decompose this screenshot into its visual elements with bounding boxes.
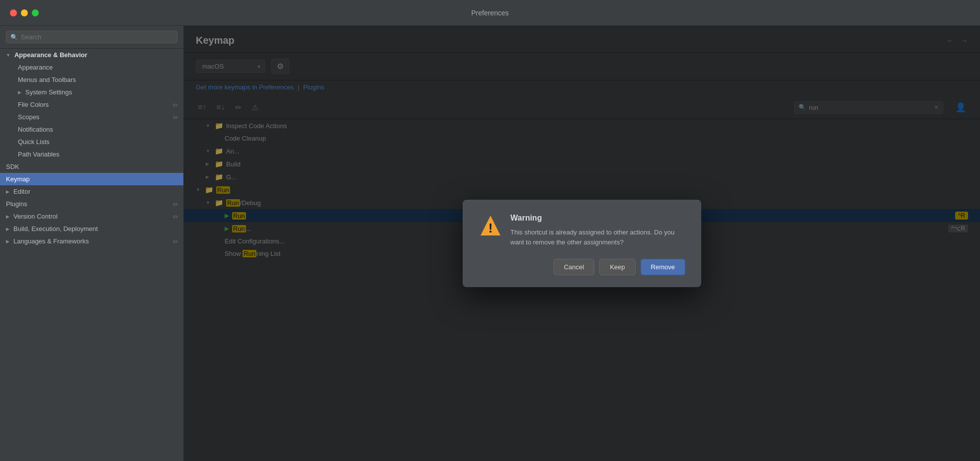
modal-title: Warning <box>510 214 685 223</box>
warning-icon: ! <box>479 214 502 237</box>
warning-dialog: ! Warning This shortcut is already assig… <box>463 200 701 287</box>
close-button[interactable] <box>10 9 17 16</box>
chevron-right-icon <box>6 189 9 194</box>
sidebar-search-bar: 🔍 <box>0 26 183 49</box>
sidebar-item-system-settings[interactable]: System Settings <box>0 86 183 98</box>
content-area: Keymap ← → macOS Default Emacs Eclipse N… <box>184 26 980 461</box>
chevron-right-icon <box>6 227 9 231</box>
modal-header: ! Warning This shortcut is already assig… <box>479 214 685 247</box>
window-title: Preferences <box>471 9 508 17</box>
search-icon: 🔍 <box>10 34 18 41</box>
sidebar-item-version-control[interactable]: Version Control ▭ <box>0 210 183 223</box>
chevron-right-icon <box>6 239 9 244</box>
chevron-down-icon <box>6 53 10 58</box>
sidebar-item-scopes[interactable]: Scopes ▭ <box>0 111 183 123</box>
keep-button[interactable]: Keep <box>599 259 635 275</box>
badge-icon: ▭ <box>173 214 177 219</box>
sidebar-search-input[interactable] <box>21 33 173 41</box>
sidebar-item-sdk[interactable]: SDK <box>0 160 183 173</box>
sidebar-item-appearance[interactable]: Appearance <box>0 61 183 74</box>
sidebar-item-file-colors[interactable]: File Colors ▭ <box>0 98 183 111</box>
window-controls <box>10 9 39 16</box>
sidebar-item-keymap[interactable]: Keymap <box>0 173 183 185</box>
sidebar: 🔍 Appearance & Behavior Appearance Menus… <box>0 26 184 461</box>
sidebar-item-editor[interactable]: Editor <box>0 185 183 198</box>
svg-text:!: ! <box>489 221 493 235</box>
badge-icon: ▭ <box>173 114 177 120</box>
sidebar-item-languages-frameworks[interactable]: Languages & Frameworks ▭ <box>0 235 183 247</box>
sidebar-item-notifications[interactable]: Notifications <box>0 123 183 136</box>
chevron-right-icon <box>6 214 9 219</box>
modal-overlay[interactable]: ! Warning This shortcut is already assig… <box>184 26 980 461</box>
main-container: 🔍 Appearance & Behavior Appearance Menus… <box>0 26 980 461</box>
sidebar-search-wrap[interactable]: 🔍 <box>6 31 177 43</box>
sidebar-item-path-variables[interactable]: Path Variables <box>0 148 183 160</box>
minimize-button[interactable] <box>21 9 28 16</box>
title-bar: Preferences <box>0 0 980 26</box>
maximize-button[interactable] <box>32 9 39 16</box>
badge-icon: ▭ <box>173 238 177 244</box>
sidebar-item-appearance-behavior[interactable]: Appearance & Behavior <box>0 49 183 61</box>
modal-content: Warning This shortcut is already assigne… <box>510 214 685 247</box>
sidebar-item-quick-lists[interactable]: Quick Lists <box>0 136 183 148</box>
badge-icon: ▭ <box>173 102 177 107</box>
modal-message: This shortcut is already assigned to oth… <box>510 228 685 247</box>
badge-icon: ▭ <box>173 201 177 207</box>
sidebar-item-plugins[interactable]: Plugins ▭ <box>0 198 183 210</box>
chevron-right-icon <box>18 90 21 95</box>
cancel-button[interactable]: Cancel <box>554 259 594 275</box>
remove-button[interactable]: Remove <box>641 259 685 275</box>
sidebar-item-build-execution[interactable]: Build, Execution, Deployment <box>0 223 183 235</box>
modal-buttons: Cancel Keep Remove <box>479 259 685 275</box>
sidebar-item-menus-toolbars[interactable]: Menus and Toolbars <box>0 74 183 86</box>
